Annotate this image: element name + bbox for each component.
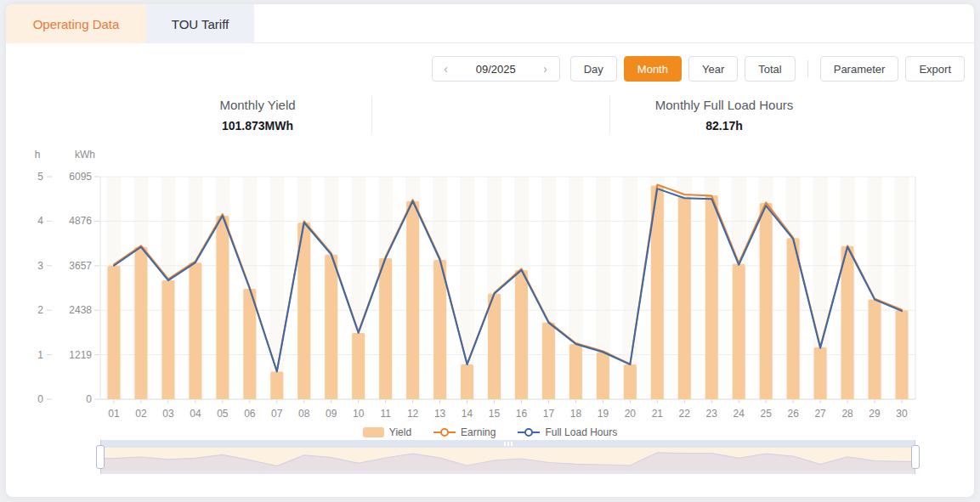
export-button[interactable]: Export xyxy=(905,56,965,82)
svg-text:05: 05 xyxy=(217,408,229,420)
legend-item-yield[interactable]: Yield xyxy=(363,426,411,438)
svg-text:1219: 1219 xyxy=(69,349,92,361)
data-zoom-left-handle[interactable] xyxy=(96,445,105,469)
yield-bar-16 xyxy=(515,270,528,399)
tab-tou-tariff-label: TOU Tariff xyxy=(172,17,229,31)
svg-text:28: 28 xyxy=(841,408,853,420)
yield-bar-26 xyxy=(787,238,800,399)
svg-text:27: 27 xyxy=(814,408,826,420)
tab-bar: Operating Data TOU Tariff xyxy=(6,4,974,43)
stat-monthly-yield-value: 101.873MWh xyxy=(219,119,295,133)
stat-monthly-yield: Monthly Yield 101.873MWh xyxy=(219,98,295,133)
svg-text:11: 11 xyxy=(380,408,391,420)
svg-text:20: 20 xyxy=(625,408,637,420)
yield-bar-23 xyxy=(705,195,718,399)
yield-bar-13 xyxy=(433,260,446,399)
tab-operating-data[interactable]: Operating Data xyxy=(6,4,146,43)
yield-bar-03 xyxy=(161,280,174,399)
next-month-icon[interactable]: › xyxy=(532,62,559,76)
stat-full-load-hours: Monthly Full Load Hours 82.17h xyxy=(655,98,794,133)
parameter-button[interactable]: Parameter xyxy=(820,56,899,82)
svg-text:2438: 2438 xyxy=(69,304,92,316)
svg-text:24: 24 xyxy=(734,408,745,420)
yield-bar-25 xyxy=(760,203,773,399)
yield-bar-01 xyxy=(107,266,120,399)
svg-text:19: 19 xyxy=(598,408,609,420)
svg-text:h: h xyxy=(35,149,41,161)
year-button[interactable]: Year xyxy=(688,56,738,82)
yield-bar-24 xyxy=(733,264,745,399)
svg-text:3: 3 xyxy=(37,260,43,272)
stat-full-load-hours-label: Monthly Full Load Hours xyxy=(655,98,794,112)
full-load-hours-line-icon xyxy=(518,428,540,437)
svg-text:0: 0 xyxy=(86,393,92,405)
tab-tou-tariff[interactable]: TOU Tariff xyxy=(146,4,254,43)
svg-text:12: 12 xyxy=(407,408,419,420)
date-picker[interactable]: ‹ 09/2025 › xyxy=(432,56,560,82)
day-button[interactable]: Day xyxy=(570,56,617,82)
svg-text:3657: 3657 xyxy=(69,260,92,272)
svg-text:4876: 4876 xyxy=(69,215,92,227)
yield-bar-14 xyxy=(461,364,473,399)
stat-full-load-hours-value: 82.17h xyxy=(655,119,794,133)
svg-text:5: 5 xyxy=(37,171,43,183)
svg-text:16: 16 xyxy=(516,408,528,420)
legend-yield-label: Yield xyxy=(389,426,411,438)
data-zoom-shadow-chart xyxy=(100,448,915,471)
stat-monthly-yield-label: Monthly Yield xyxy=(219,98,295,112)
prev-month-icon[interactable]: ‹ xyxy=(433,62,460,76)
earning-line xyxy=(114,184,902,371)
data-zoom-bottom-rail xyxy=(100,471,915,474)
toolbar: ‹ 09/2025 › Day Month Year Total Paramet… xyxy=(432,56,965,82)
svg-text:0: 0 xyxy=(37,393,43,405)
data-zoom-slider[interactable] xyxy=(100,440,915,474)
data-zoom-right-handle[interactable] xyxy=(911,445,920,469)
yield-bar-15 xyxy=(488,294,501,399)
data-zoom-scrollbar[interactable] xyxy=(100,440,915,448)
legend-item-earning[interactable]: Earning xyxy=(433,426,496,438)
svg-text:06: 06 xyxy=(244,408,256,420)
svg-text:02: 02 xyxy=(135,408,147,420)
earning-line-icon xyxy=(433,428,456,437)
chart-legend: Yield Earning Full Load Hours xyxy=(6,426,974,438)
tab-operating-data-label: Operating Data xyxy=(33,17,120,31)
svg-text:15: 15 xyxy=(489,408,501,420)
yield-swatch-icon xyxy=(363,427,384,437)
yield-bar-22 xyxy=(678,197,691,399)
svg-text:21: 21 xyxy=(652,408,664,420)
svg-text:25: 25 xyxy=(761,408,773,420)
legend-flh-label: Full Load Hours xyxy=(545,426,617,438)
total-button[interactable]: Total xyxy=(745,56,795,82)
svg-text:13: 13 xyxy=(434,408,446,420)
svg-text:17: 17 xyxy=(543,408,555,420)
svg-text:04: 04 xyxy=(190,408,201,420)
svg-text:10: 10 xyxy=(353,408,365,420)
svg-text:kWh: kWh xyxy=(75,149,95,161)
month-button[interactable]: Month xyxy=(624,56,682,82)
yield-bar-30 xyxy=(896,310,909,399)
yield-bar-10 xyxy=(352,333,365,399)
legend-earning-label: Earning xyxy=(461,426,496,438)
yield-bar-17 xyxy=(542,323,555,399)
legend-item-flh[interactable]: Full Load Hours xyxy=(518,426,617,438)
yield-bar-11 xyxy=(379,258,392,399)
svg-text:6095: 6095 xyxy=(69,171,92,183)
scrollbar-grip-icon xyxy=(504,442,513,446)
yield-bar-05 xyxy=(216,216,229,399)
chart-canvas: hkWh012345012192438365748766095010203040… xyxy=(6,140,974,426)
data-zoom-track[interactable] xyxy=(100,448,915,471)
svg-text:29: 29 xyxy=(869,408,881,420)
stat-divider-right xyxy=(609,96,610,133)
svg-text:30: 30 xyxy=(896,408,908,420)
yield-bar-09 xyxy=(325,255,337,399)
svg-text:23: 23 xyxy=(706,408,718,420)
svg-text:2: 2 xyxy=(37,304,43,316)
stat-divider-left xyxy=(371,96,372,133)
date-value: 09/2025 xyxy=(460,63,532,76)
yield-bar-04 xyxy=(189,262,201,399)
yield-bar-28 xyxy=(841,246,854,399)
svg-text:26: 26 xyxy=(787,408,799,420)
yield-bar-02 xyxy=(134,247,147,399)
yield-bar-07 xyxy=(270,372,283,399)
svg-text:22: 22 xyxy=(679,408,691,420)
